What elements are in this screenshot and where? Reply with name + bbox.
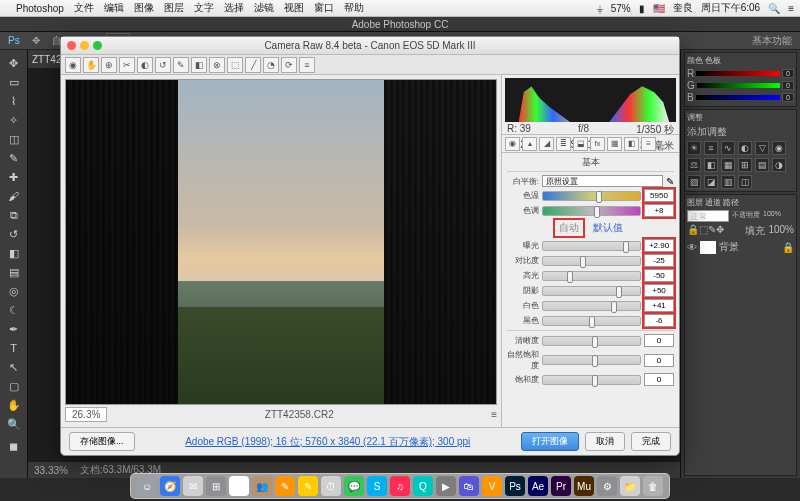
menu-help[interactable]: 帮助 <box>344 1 364 15</box>
history-tool[interactable]: ↺ <box>3 225 25 243</box>
fill-value[interactable]: 100% <box>768 224 794 238</box>
cr-tab-0[interactable]: ◉ <box>505 137 520 151</box>
rgb-g-val[interactable]: 0 <box>782 81 794 90</box>
dock-app-5[interactable]: 👥 <box>252 476 272 496</box>
minimize-icon[interactable] <box>80 41 89 50</box>
auto-button[interactable]: 自动 <box>555 220 583 236</box>
layer-row[interactable]: 👁 背景 🔒 <box>687 240 794 254</box>
stamp-tool[interactable]: ⧉ <box>3 206 25 224</box>
zoom-tool[interactable]: 🔍 <box>3 415 25 433</box>
menu-extra[interactable]: 奎良 <box>673 1 693 15</box>
rgb-b-val[interactable]: 0 <box>782 93 794 102</box>
dock-app-14[interactable]: 🛍 <box>459 476 479 496</box>
slider-value[interactable]: +2.90 <box>644 239 674 252</box>
cr-tool-13[interactable]: ≡ <box>299 57 315 73</box>
layer-name[interactable]: 背景 <box>719 240 739 254</box>
dock-app-1[interactable]: 🧭 <box>160 476 180 496</box>
layers-tab[interactable]: 图层 通道 路径 <box>687 197 794 208</box>
rgb-r-val[interactable]: 0 <box>782 69 794 78</box>
dock-app-17[interactable]: Ae <box>528 476 548 496</box>
dock-app-22[interactable]: 🗑 <box>643 476 663 496</box>
layer-thumb[interactable] <box>700 241 716 254</box>
adj-mixer-icon[interactable]: ⊞ <box>738 158 752 172</box>
dock-app-11[interactable]: ♫ <box>390 476 410 496</box>
menu-image[interactable]: 图像 <box>134 1 154 15</box>
cr-tool-5[interactable]: ↺ <box>155 57 171 73</box>
lock-icons[interactable]: 🔒⬚✎✥ <box>687 224 724 238</box>
histogram-graph[interactable] <box>505 78 676 122</box>
lasso-tool[interactable]: ⌇ <box>3 92 25 110</box>
cr-tool-0[interactable]: ◉ <box>65 57 81 73</box>
cr-tab-6[interactable]: ▦ <box>607 137 622 151</box>
menu-select[interactable]: 选择 <box>224 1 244 15</box>
slider-value[interactable]: +41 <box>644 299 674 312</box>
dock-app-20[interactable]: ⚙ <box>597 476 617 496</box>
menu-type[interactable]: 文字 <box>194 1 214 15</box>
dock-app-3[interactable]: ⊞ <box>206 476 226 496</box>
adj-levels-icon[interactable]: ≡ <box>704 141 718 155</box>
cr-tool-2[interactable]: ⊕ <box>101 57 117 73</box>
type-tool[interactable]: T <box>3 339 25 357</box>
adj-lookup-icon[interactable]: ▤ <box>755 158 769 172</box>
slider-value[interactable]: 0 <box>644 373 674 386</box>
slider-value[interactable]: 0 <box>644 334 674 347</box>
dock-app-16[interactable]: Ps <box>505 476 525 496</box>
done-button[interactable]: 完成 <box>631 432 671 451</box>
cr-tool-12[interactable]: ⟳ <box>281 57 297 73</box>
crop-tool[interactable]: ◫ <box>3 130 25 148</box>
slider-value[interactable]: +50 <box>644 284 674 297</box>
cr-tab-3[interactable]: ≣ <box>556 137 571 151</box>
adj-bw-icon[interactable]: ◧ <box>704 158 718 172</box>
slider-track[interactable] <box>542 206 641 216</box>
slider-value[interactable]: -50 <box>644 269 674 282</box>
blur-tool[interactable]: ◎ <box>3 282 25 300</box>
dock-app-0[interactable]: ☺ <box>137 476 157 496</box>
cr-tool-1[interactable]: ✋ <box>83 57 99 73</box>
dock-app-19[interactable]: Mu <box>574 476 594 496</box>
cr-tab-4[interactable]: ⬓ <box>573 137 588 151</box>
adj-curves-icon[interactable]: ∿ <box>721 141 735 155</box>
adjust-tab[interactable]: 调整 <box>687 112 794 123</box>
slider-track[interactable] <box>542 271 641 281</box>
cr-tab-7[interactable]: ◧ <box>624 137 639 151</box>
dock-app-18[interactable]: Pr <box>551 476 571 496</box>
cr-tool-8[interactable]: ⊗ <box>209 57 225 73</box>
dock-app-4[interactable]: 5 <box>229 476 249 496</box>
adj-invert-icon[interactable]: ◑ <box>772 158 786 172</box>
slider-value[interactable]: 5950 <box>644 189 674 202</box>
slider-track[interactable] <box>542 191 641 201</box>
cr-tab-8[interactable]: ≡ <box>641 137 656 151</box>
cr-tool-7[interactable]: ◧ <box>191 57 207 73</box>
status-zoom[interactable]: 33.33% <box>34 465 68 476</box>
cr-tool-3[interactable]: ✂ <box>119 57 135 73</box>
dock-app-6[interactable]: ✎ <box>275 476 295 496</box>
slider-value[interactable]: -6 <box>644 314 674 327</box>
cr-tool-6[interactable]: ✎ <box>173 57 189 73</box>
wand-tool[interactable]: ✧ <box>3 111 25 129</box>
heal-tool[interactable]: ✚ <box>3 168 25 186</box>
menu-window[interactable]: 窗口 <box>314 1 334 15</box>
zoom-window-icon[interactable] <box>93 41 102 50</box>
spotlight-icon[interactable]: 🔍 <box>768 3 780 14</box>
default-button[interactable]: 默认值 <box>589 220 627 236</box>
slider-track[interactable] <box>542 336 641 346</box>
workspace-switcher[interactable]: 基本功能 <box>752 34 792 48</box>
dock-app-15[interactable]: V <box>482 476 502 496</box>
blend-mode[interactable]: 正常 <box>687 210 729 222</box>
dock-app-21[interactable]: 📁 <box>620 476 640 496</box>
rgb-b-slider[interactable] <box>696 95 780 100</box>
workflow-link[interactable]: Adobe RGB (1998); 16 位; 5760 x 3840 (22.… <box>185 435 470 449</box>
menu-view[interactable]: 视图 <box>284 1 304 15</box>
color-tab[interactable]: 颜色 色板 <box>687 55 794 66</box>
marquee-tool[interactable]: ▭ <box>3 73 25 91</box>
move-tool-icon[interactable]: ✥ <box>32 35 40 46</box>
cr-tab-1[interactable]: ▴ <box>522 137 537 151</box>
cr-zoom-select[interactable]: 26.3% <box>65 407 107 422</box>
pen-tool[interactable]: ✒ <box>3 320 25 338</box>
adj-colbal-icon[interactable]: ⚖ <box>687 158 701 172</box>
fg-bg-swatch[interactable]: ◼ <box>3 434 25 458</box>
hand-tool[interactable]: ✋ <box>3 396 25 414</box>
cr-nav-icon[interactable]: ≡ <box>491 409 497 420</box>
move-tool[interactable]: ✥ <box>3 54 25 72</box>
slider-value[interactable]: 0 <box>644 354 674 367</box>
